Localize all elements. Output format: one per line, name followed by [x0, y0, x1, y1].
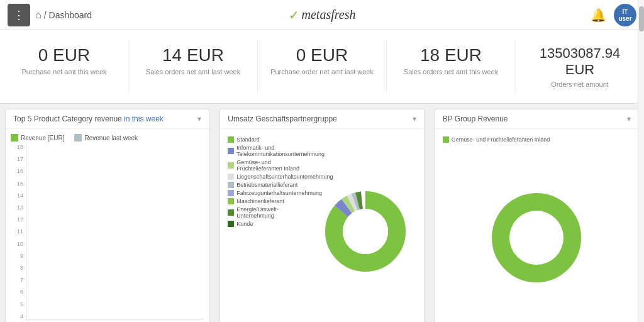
- donut-legend-label-2: Gemüse- und Früchtelieferanten Inland: [236, 159, 309, 172]
- donut-legend-color-8: [228, 221, 234, 227]
- kpi-value-2: 0 EUR: [268, 45, 376, 65]
- avatar[interactable]: ITuser: [614, 4, 636, 26]
- kpi-value-1: 14 EUR: [139, 45, 247, 65]
- donut-legend-item-4: Betriebsmateriallieferant: [228, 182, 309, 188]
- donut-legend-color-0: [228, 136, 234, 143]
- donut-legend-label-4: Betriebsmateriallieferant: [236, 182, 297, 188]
- donut-svg-2: [489, 191, 584, 285]
- svg-point-8: [509, 211, 564, 265]
- legend-color-gray: [74, 134, 82, 142]
- notification-bell-icon[interactable]: 🔔: [591, 8, 606, 23]
- donut-svg-area-2: [440, 147, 633, 322]
- bar-chart-panel: Top 5 Product Category revenue in this w…: [5, 109, 209, 322]
- donut-legend-item-6: Maschinenlieferant: [228, 198, 309, 204]
- scrollbar[interactable]: [638, 0, 644, 322]
- donut-legend-2-label-0: Gemüse- und Früchtelieferanten Inland: [452, 136, 550, 143]
- kpi-card-1: 14 EUR Sales orders net amt last week: [129, 40, 258, 93]
- donut-legend-item-3: Liegenschaftsunterhaltsunternehmung: [228, 174, 309, 180]
- bar-chart-area: Revenue [EUR] Revenue last week 18 17 16…: [11, 134, 204, 322]
- donut-chart-2-title: BP Group Revenue: [443, 114, 508, 123]
- donut-legend-color-5: [228, 190, 234, 196]
- kpi-label-0: Purchase net amt this week: [10, 68, 118, 75]
- kpi-card-4: 13503087.94 EUR Orders net amount: [516, 40, 644, 93]
- topbar-right: 🔔 ITuser: [591, 4, 636, 26]
- svg-point-6: [343, 209, 388, 254]
- bar-chart-title: Top 5 Product Category revenue in this w…: [13, 114, 164, 123]
- logo-text: metasfresh: [302, 8, 356, 22]
- donut-legend-2-color-0: [443, 136, 449, 143]
- kpi-label-1: Sales orders net amt last week: [139, 68, 247, 75]
- donut-legend-label-7: Energie/Umwelt-Unternehmung: [236, 206, 309, 219]
- kpi-card-3: 18 EUR Sales orders net amt this week: [387, 40, 516, 93]
- donut-legend-1: Standard Informatik- und Telekommunikati…: [225, 134, 312, 322]
- donut-legend-label-1: Informatik- und Telekommunikationsuntern…: [236, 145, 325, 157]
- bar-chart-title-text: Top 5 Product Category revenue: [13, 114, 124, 123]
- menu-button[interactable]: ⋮: [8, 4, 30, 26]
- donut-legend-label-6: Maschinenlieferant: [236, 198, 284, 204]
- bars-area: T Convenienc: [26, 144, 204, 319]
- donut-chart-panel-1: Umsatz Geschäftspartnergruppe ▾ Standard…: [219, 109, 424, 322]
- donut-svg-1: [325, 191, 406, 272]
- kpi-card-2: 0 EUR Purchase order net amt last week: [258, 40, 387, 93]
- breadcrumb-separator: /: [44, 10, 47, 20]
- app-logo: ✓ metasfresh: [289, 8, 356, 23]
- menu-icon: ⋮: [13, 9, 25, 21]
- donut-svg-area-1: [313, 134, 419, 322]
- donut-legend-color-2: [228, 162, 234, 169]
- kpi-value-0: 0 EUR: [10, 45, 118, 65]
- kpi-label-2: Purchase order net amt last week: [268, 68, 376, 75]
- donut-legend-item-5: Fahrzeugunterhaltsunternehmung: [228, 190, 309, 196]
- donut-legend-label-8: Kunde: [236, 221, 253, 227]
- donut-chart-2-body: Gemüse- und Früchtelieferanten Inland: [435, 129, 638, 322]
- charts-row: Top 5 Product Category revenue in this w…: [0, 104, 644, 322]
- legend-label-1: Revenue last week: [84, 135, 138, 142]
- legend-item-0: Revenue [EUR]: [11, 134, 64, 142]
- donut-legend-color-4: [228, 182, 234, 188]
- bar-chart-dropdown-icon[interactable]: ▾: [197, 114, 201, 123]
- donut-legend-color-1: [228, 148, 234, 154]
- donut-chart-2-header: BP Group Revenue ▾: [435, 109, 638, 129]
- donut-chart-1-body: Standard Informatik- und Telekommunikati…: [220, 129, 423, 322]
- donut-legend-label-0: Standard: [236, 136, 260, 143]
- donut-area-1: Standard Informatik- und Telekommunikati…: [225, 134, 418, 322]
- donut-legend-color-6: [228, 198, 234, 204]
- bar-chart-title-highlight: in this week: [124, 114, 164, 123]
- home-icon[interactable]: ⌂: [35, 9, 42, 21]
- kpi-row: 0 EUR Purchase net amt this week 14 EUR …: [0, 30, 644, 104]
- legend-color-green: [11, 134, 18, 142]
- donut-chart-2-dropdown-icon[interactable]: ▾: [627, 114, 631, 123]
- topbar: ⋮ ⌂ / Dashboard ✓ metasfresh 🔔 ITuser: [0, 0, 644, 30]
- donut-legend-item-7: Energie/Umwelt-Unternehmung: [228, 206, 309, 219]
- kpi-label-3: Sales orders net amt this week: [397, 68, 505, 75]
- donut-legend-2-item-0: Gemüse- und Früchtelieferanten Inland: [443, 136, 631, 143]
- legend-label-0: Revenue [EUR]: [21, 135, 64, 142]
- y-axis: 18 17 16 15 14 13 12 11 10 9 8 7 6 5: [11, 144, 26, 319]
- donut-chart-1-header: Umsatz Geschäftspartnergruppe ▾: [220, 109, 423, 129]
- donut-legend-color-7: [228, 209, 234, 216]
- donut-legend-color-3: [228, 174, 234, 180]
- breadcrumb-page[interactable]: Dashboard: [49, 10, 92, 20]
- donut-area-2: Gemüse- und Früchtelieferanten Inland: [440, 134, 633, 322]
- bar-grid: 18 17 16 15 14 13 12 11 10 9 8 7 6 5: [11, 144, 204, 319]
- donut-legend-item-1: Informatik- und Telekommunikationsuntern…: [228, 145, 309, 157]
- legend-item-1: Revenue last week: [74, 134, 138, 142]
- bar-chart-header: Top 5 Product Category revenue in this w…: [6, 109, 209, 129]
- donut-chart-1-dropdown-icon[interactable]: ▾: [413, 114, 416, 123]
- donut-legend-item-8: Kunde: [228, 221, 309, 227]
- donut-legend-item-2: Gemüse- und Früchtelieferanten Inland: [228, 159, 309, 172]
- donut-legend-2: Gemüse- und Früchtelieferanten Inland: [440, 134, 633, 147]
- kpi-value-3: 18 EUR: [397, 45, 505, 65]
- bar-chart-legend: Revenue [EUR] Revenue last week: [11, 134, 204, 142]
- kpi-label-4: Orders net amount: [526, 80, 634, 88]
- donut-chart-1-title: Umsatz Geschäftspartnergruppe: [228, 114, 336, 123]
- donut-chart-panel-2: BP Group Revenue ▾ Gemüse- und Früchteli…: [435, 109, 639, 322]
- donut-legend-label-5: Fahrzeugunterhaltsunternehmung: [236, 190, 322, 196]
- kpi-value-4: 13503087.94 EUR: [526, 45, 634, 78]
- bar-chart-body: Revenue [EUR] Revenue last week 18 17 16…: [6, 129, 209, 322]
- donut-legend-item-0: Standard: [228, 136, 309, 143]
- kpi-card-0: 0 EUR Purchase net amt this week: [0, 40, 129, 93]
- scrollbar-thumb[interactable]: [639, 6, 644, 31]
- logo-check-icon: ✓: [289, 8, 299, 23]
